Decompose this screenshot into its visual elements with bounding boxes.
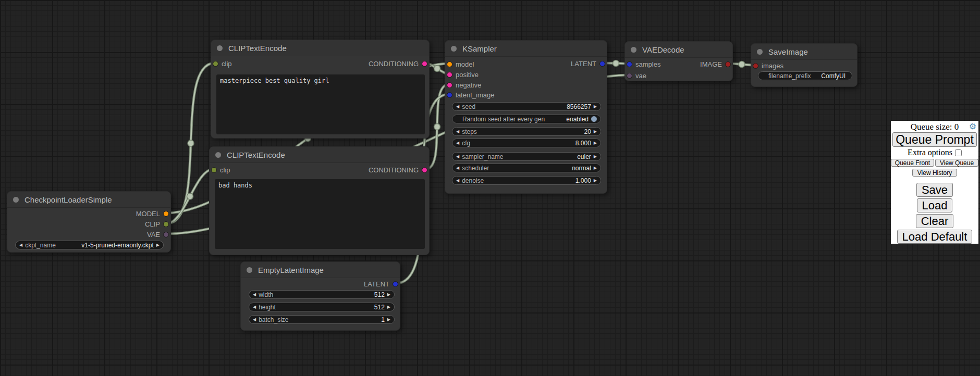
widget-Random seed after every gen[interactable]: Random seed after every genenabled [452,115,601,123]
input-slot-dot[interactable] [627,61,632,67]
decrement-arrow-icon[interactable]: ◀ [253,318,256,322]
widget-batch_size[interactable]: ◀batch_size1▶ [249,315,395,324]
node-clip-encode-negative[interactable]: CLIPTextEncodeclipCONDITIONINGbad hands [209,146,430,255]
input-port-images[interactable]: images [753,61,783,70]
increment-arrow-icon[interactable]: ▶ [156,243,160,247]
link-midpoint-dot[interactable] [434,66,440,72]
input-port-clip[interactable]: clip [211,166,230,174]
widget-steps[interactable]: ◀steps20▶ [452,127,601,136]
output-port-CLIP[interactable]: CLIP [145,220,169,228]
input-slot-dot[interactable] [627,73,632,79]
view-history-button[interactable]: View History [912,169,957,177]
widget-sampler_name[interactable]: ◀sampler_nameeuler▶ [452,152,601,161]
clear-button[interactable]: Clear [916,214,954,228]
output-port-MODEL[interactable]: MODEL [136,209,169,218]
widget-cfg[interactable]: ◀cfg8.000▶ [452,139,601,147]
widget-height[interactable]: ◀height512▶ [249,303,395,311]
increment-arrow-icon[interactable]: ▶ [594,155,597,159]
link-midpoint-dot[interactable] [739,61,745,68]
input-slot-dot[interactable] [213,61,218,67]
decrement-arrow-icon[interactable]: ◀ [253,305,256,309]
decrement-arrow-icon[interactable]: ◀ [456,105,459,109]
input-port-clip[interactable]: clip [213,59,232,68]
queue-front-button[interactable]: Queue Front [891,159,934,167]
decrement-arrow-icon[interactable]: ◀ [456,179,459,183]
node-empty-latent[interactable]: EmptyLatentImageLATENT◀width512▶◀height5… [240,261,400,331]
link-midpoint-dot[interactable] [188,140,194,146]
node-vae-decode[interactable]: VAEDecodesamplesvaeIMAGE [624,41,733,81]
increment-arrow-icon[interactable]: ▶ [387,318,390,322]
prompt-textarea[interactable]: bad hands [215,179,425,249]
output-slot-dot[interactable] [725,61,731,67]
output-port-VAE[interactable]: VAE [147,230,169,239]
widget-seed[interactable]: ◀seed8566257▶ [452,102,601,111]
load-button[interactable]: Load [917,198,953,212]
output-slot-dot[interactable] [163,211,169,217]
output-slot-dot[interactable] [599,61,605,67]
decrement-arrow-icon[interactable]: ◀ [456,166,459,170]
output-slot-dot[interactable] [393,281,398,287]
input-port-positive[interactable]: positive [447,70,479,79]
settings-gear-icon[interactable]: ⚙ [969,122,976,131]
output-slot-dot[interactable] [163,232,169,237]
widget-filename_prefix[interactable]: filename_prefixComfyUI [758,71,852,80]
input-port-model[interactable]: model [447,60,474,68]
prompt-textarea[interactable]: masterpiece best quality girl [216,74,425,134]
input-port-vae[interactable]: vae [627,71,646,80]
widget-denoise[interactable]: ◀denoise1.000▶ [452,176,601,185]
decrement-arrow-icon[interactable]: ◀ [253,293,256,297]
output-slot-dot[interactable] [422,61,427,67]
node-collapse-dot[interactable] [247,267,252,273]
input-slot-dot[interactable] [211,167,217,173]
widget-width[interactable]: ◀width512▶ [249,290,395,299]
input-slot-dot[interactable] [447,61,452,67]
input-slot-dot[interactable] [447,72,452,78]
view-queue-button[interactable]: View Queue [935,159,978,167]
increment-arrow-icon[interactable]: ▶ [387,305,390,309]
input-port-samples[interactable]: samples [627,60,660,68]
input-slot-dot[interactable] [447,82,452,88]
output-port-LATENT[interactable]: LATENT [571,59,605,68]
toggle-knob[interactable] [591,116,597,122]
decrement-arrow-icon[interactable]: ◀ [456,155,459,159]
node-collapse-dot[interactable] [631,47,636,53]
link-midpoint-dot[interactable] [187,193,193,199]
link-midpoint-dot[interactable] [434,124,440,130]
input-port-latent_image[interactable]: latent_image [447,91,494,99]
node-collapse-dot[interactable] [217,45,223,51]
node-collapse-dot[interactable] [451,46,457,52]
widget-ckpt_name[interactable]: ◀ckpt_namev1-5-pruned-emaonly.ckpt▶ [15,241,164,249]
increment-arrow-icon[interactable]: ▶ [594,179,597,183]
save-button[interactable]: Save [916,183,953,197]
node-collapse-dot[interactable] [215,152,221,158]
node-graph-canvas[interactable]: CheckpointLoaderSimpleMODELCLIPVAE◀ckpt_… [0,0,980,376]
queue-prompt-button[interactable]: Queue Prompt [892,132,977,147]
output-slot-dot[interactable] [163,221,169,227]
increment-arrow-icon[interactable]: ▶ [594,105,597,109]
increment-arrow-icon[interactable]: ▶ [594,141,597,145]
increment-arrow-icon[interactable]: ▶ [594,130,597,134]
link-midpoint-dot[interactable] [613,60,619,67]
output-slot-dot[interactable] [422,167,427,173]
increment-arrow-icon[interactable]: ▶ [387,293,390,297]
node-clip-encode-positive[interactable]: CLIPTextEncodeclipCONDITIONINGmasterpiec… [211,40,430,139]
output-port-IMAGE[interactable]: IMAGE [700,60,731,68]
output-port-CONDITIONING[interactable]: CONDITIONING [369,59,427,68]
node-collapse-dot[interactable] [13,197,19,203]
output-port-LATENT[interactable]: LATENT [364,280,398,288]
decrement-arrow-icon[interactable]: ◀ [456,130,459,134]
input-slot-dot[interactable] [447,92,452,98]
input-port-negative[interactable]: negative [447,81,481,89]
extra-options-checkbox[interactable] [955,149,962,156]
node-save-image[interactable]: SaveImageimagesfilename_prefixComfyUI [751,43,858,87]
node-collapse-dot[interactable] [757,49,763,55]
decrement-arrow-icon[interactable]: ◀ [456,141,459,145]
load-default-button[interactable]: Load Default [897,230,973,244]
widget-scheduler[interactable]: ◀schedulernormal▶ [452,164,601,172]
increment-arrow-icon[interactable]: ▶ [594,166,597,170]
node-checkpoint-loader[interactable]: CheckpointLoaderSimpleMODELCLIPVAE◀ckpt_… [7,191,171,253]
decrement-arrow-icon[interactable]: ◀ [19,243,22,247]
node-ksampler[interactable]: KSamplermodelpositivenegativelatent_imag… [445,40,607,194]
input-slot-dot[interactable] [753,63,758,69]
output-port-CONDITIONING[interactable]: CONDITIONING [369,166,427,174]
